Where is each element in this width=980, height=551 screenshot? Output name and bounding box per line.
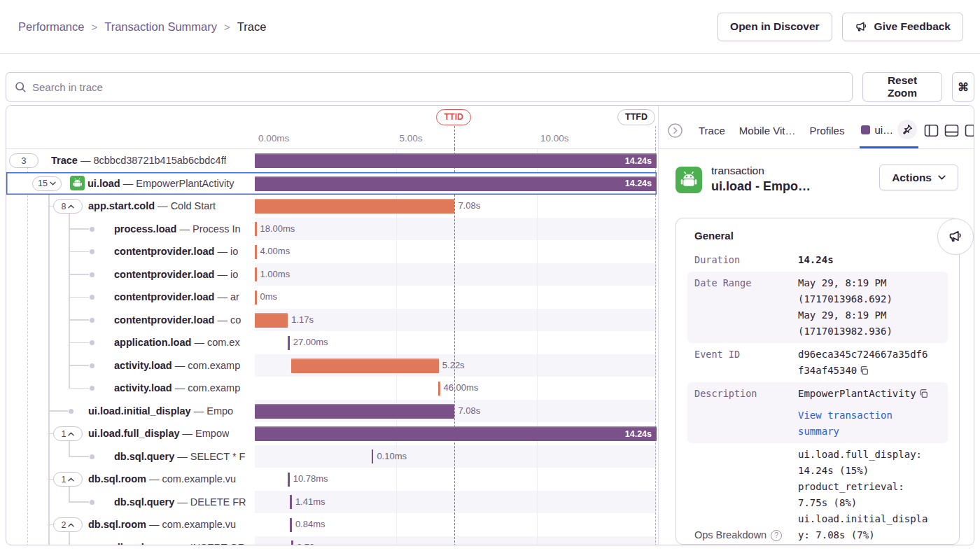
span-bar[interactable]: [255, 291, 257, 305]
span-title[interactable]: activity.load — com.examp: [114, 354, 240, 377]
actions-button[interactable]: Actions: [879, 165, 958, 190]
span-bar[interactable]: [438, 382, 440, 396]
span-title[interactable]: contentprovider.load — ar: [114, 286, 239, 309]
span-duration-cell[interactable]: 7.08s: [255, 400, 657, 423]
span-title[interactable]: db.sql.query — SELECT * F: [114, 445, 245, 468]
span-row-contentprovider.load[interactable]: 1.17scontentprovider.load — co: [6, 309, 657, 332]
span-title[interactable]: application.load — com.ex: [114, 331, 240, 354]
span-row-Trace[interactable]: 14.24s3Trace — 8cbbcd38721b415ab6cbdc4ff: [6, 149, 657, 172]
span-duration-cell[interactable]: 4.00ms: [255, 240, 657, 263]
span-title[interactable]: Trace — 8cbbcd38721b415ab6cbdc4ff: [51, 149, 226, 172]
span-duration-cell[interactable]: 1.41ms: [255, 491, 657, 514]
collapse-panel-icon[interactable]: [667, 123, 683, 139]
dock-right-icon[interactable]: [965, 124, 974, 137]
span-title[interactable]: contentprovider.load — io: [114, 240, 238, 263]
span-duration-cell[interactable]: 0.70ms: [255, 536, 657, 546]
span-duration-cell[interactable]: 5.22s: [255, 354, 657, 377]
tab-trace[interactable]: Trace: [694, 113, 729, 148]
span-duration-cell[interactable]: 10.78ms: [255, 468, 657, 491]
breadcrumb-transaction-summary[interactable]: Transaction Summary: [104, 20, 217, 34]
span-bar[interactable]: [255, 404, 454, 419]
span-title[interactable]: app.start.cold — Cold Start: [88, 195, 216, 218]
span-row-db.sql.query[interactable]: 1.41msdb.sql.query — DELETE FR: [6, 491, 657, 514]
tab-mobile-vit-[interactable]: Mobile Vit…: [735, 113, 800, 148]
span-duration-cell[interactable]: 0.10ms: [255, 445, 657, 468]
span-duration-cell[interactable]: 14.24s: [255, 149, 657, 172]
help-icon[interactable]: ?: [771, 530, 782, 541]
span-title[interactable]: activity.load — com.examp: [114, 377, 240, 400]
span-children-count-pill[interactable]: 8: [53, 199, 83, 214]
span-row-activity.load[interactable]: 46.00msactivity.load — com.examp: [6, 377, 657, 400]
copy-icon[interactable]: [859, 365, 869, 375]
ttfd-marker-pill[interactable]: TTFD: [617, 109, 655, 125]
timeline-header[interactable]: 0.00ms5.00s10.00sTTIDTTFD: [255, 106, 657, 149]
span-bar[interactable]: [288, 336, 290, 350]
span-row-ui.load[interactable]: 14.24s15 ui.load — EmpowerPlantActivity: [6, 172, 657, 195]
span-children-count-pill[interactable]: 3: [9, 153, 38, 168]
span-row-ui.load.initial_display[interactable]: 7.08sui.load.initial_display — Empo: [6, 400, 657, 423]
span-title[interactable]: contentprovider.load — io: [114, 263, 238, 286]
span-bar[interactable]: [372, 449, 374, 463]
reset-zoom-button[interactable]: Reset Zoom: [862, 72, 942, 102]
span-duration-cell[interactable]: 7.08s: [255, 195, 657, 218]
span-row-app.start.cold[interactable]: 7.08s8app.start.cold — Cold Start: [6, 195, 657, 218]
tab-active-transaction[interactable]: ui…: [860, 113, 918, 148]
copy-icon[interactable]: [918, 389, 928, 398]
span-title[interactable]: ui.load — EmpowerPlantActivity: [88, 172, 234, 195]
span-title[interactable]: db.sql.query — DELETE FR: [114, 491, 246, 514]
span-bar[interactable]: 14.24s: [255, 426, 657, 441]
span-row-process.load[interactable]: 18.00msprocess.load — Process In: [6, 218, 657, 241]
span-row-contentprovider.load[interactable]: 4.00mscontentprovider.load — io: [6, 240, 657, 263]
span-duration-cell[interactable]: 27.00ms: [255, 331, 657, 354]
feedback-floating-button[interactable]: [937, 218, 974, 255]
span-duration-cell[interactable]: 1.00ms: [255, 263, 657, 286]
span-row-db.sql.query[interactable]: 0.10msdb.sql.query — SELECT * F: [6, 445, 657, 468]
shortcut-cmd-button[interactable]: ⌘: [952, 72, 974, 102]
span-row-db.sql.room[interactable]: 0.84ms2db.sql.room — com.example.vu: [6, 513, 657, 536]
span-bar[interactable]: 14.24s: [255, 153, 657, 168]
span-row-db.sql.query[interactable]: 0.70msdb.sql.query — INSERT OR: [6, 536, 657, 546]
span-title[interactable]: ui.load.initial_display — Empo: [88, 400, 233, 423]
dock-left-icon[interactable]: [924, 124, 939, 137]
span-bar[interactable]: [288, 473, 290, 487]
span-bar[interactable]: [291, 540, 293, 545]
span-bar[interactable]: [255, 245, 257, 259]
span-row-contentprovider.load[interactable]: 0mscontentprovider.load — ar: [6, 286, 657, 309]
span-bar[interactable]: [290, 495, 292, 509]
view-transaction-summary-link[interactable]: View transactionsummary: [798, 407, 941, 440]
span-bar[interactable]: 14.24s: [255, 176, 657, 191]
span-row-contentprovider.load[interactable]: 1.00mscontentprovider.load — io: [6, 263, 657, 286]
span-duration-cell[interactable]: 1.17s: [255, 309, 657, 332]
span-title[interactable]: process.load — Process In: [114, 218, 241, 241]
span-duration-cell[interactable]: 0ms: [255, 286, 657, 309]
span-children-count-pill[interactable]: 1: [53, 426, 83, 441]
span-row-application.load[interactable]: 27.00msapplication.load — com.ex: [6, 331, 657, 354]
span-title[interactable]: ui.load.full_display — Empow: [88, 422, 229, 445]
span-duration-cell[interactable]: 14.24s: [255, 422, 657, 445]
breadcrumb-performance[interactable]: Performance: [18, 20, 84, 34]
search-input[interactable]: [32, 81, 844, 93]
dock-bottom-icon[interactable]: [944, 124, 959, 137]
span-children-count-pill[interactable]: 15: [32, 176, 62, 191]
tab-profiles[interactable]: Profiles: [805, 113, 848, 148]
give-feedback-button[interactable]: Give Feedback: [842, 13, 963, 41]
span-row-db.sql.room[interactable]: 10.78ms1db.sql.room — com.example.vu: [6, 468, 657, 491]
span-title[interactable]: contentprovider.load — co: [114, 309, 241, 332]
span-title[interactable]: db.sql.room — com.example.vu: [88, 468, 236, 491]
span-bar[interactable]: [255, 199, 454, 214]
span-title[interactable]: db.sql.room — com.example.vu: [88, 513, 236, 536]
ttid-marker-pill[interactable]: TTID: [436, 109, 471, 125]
span-row-ui.load.full_display[interactable]: 14.24s1ui.load.full_display — Empow: [6, 422, 657, 445]
span-title[interactable]: db.sql.query — INSERT OR: [114, 536, 245, 546]
span-bar[interactable]: [255, 222, 257, 236]
pin-tab-icon[interactable]: [897, 120, 917, 139]
span-row-activity.load[interactable]: 5.22sactivity.load — com.examp: [6, 354, 657, 377]
span-duration-cell[interactable]: 18.00ms: [255, 218, 657, 241]
span-duration-cell[interactable]: 46.00ms: [255, 377, 657, 400]
span-bar[interactable]: [255, 267, 257, 281]
span-children-count-pill[interactable]: 2: [53, 517, 83, 532]
span-duration-cell[interactable]: 14.24s: [255, 172, 657, 195]
span-bar[interactable]: [290, 518, 292, 532]
span-bar[interactable]: [291, 358, 438, 373]
span-bar[interactable]: [255, 313, 288, 328]
